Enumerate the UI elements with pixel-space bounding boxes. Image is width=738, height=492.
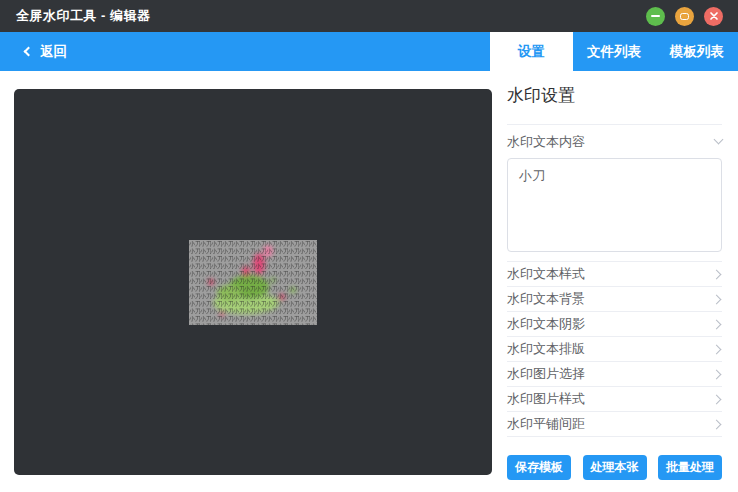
chevron-right-icon [712, 419, 722, 429]
chevron-down-icon [714, 135, 724, 145]
chevron-right-icon [712, 369, 722, 379]
preview-image: 小刀 [189, 240, 317, 325]
preview-canvas: 小刀 [14, 89, 492, 475]
settings-menu: 水印文本样式 水印文本背景 水印文本阴影 水印文本排版 水印图片选择 水印图片样… [507, 261, 722, 437]
window-controls [646, 7, 723, 26]
menu-item-text-shadow[interactable]: 水印文本阴影 [507, 312, 722, 337]
menu-item-tile-spacing[interactable]: 水印平铺间距 [507, 412, 722, 437]
tab-settings[interactable]: 设置 [490, 32, 573, 71]
menu-item-label: 水印平铺间距 [507, 415, 585, 433]
menu-item-label: 水印图片选择 [507, 365, 585, 383]
menu-item-text-style[interactable]: 水印文本样式 [507, 262, 722, 287]
menu-item-label: 水印文本阴影 [507, 315, 585, 333]
tab-label: 文件列表 [587, 43, 641, 61]
chevron-right-icon [712, 319, 722, 329]
save-template-button[interactable]: 保存模板 [507, 455, 571, 480]
menu-item-label: 水印文本排版 [507, 340, 585, 358]
titlebar: 全屏水印工具 - 编辑器 [0, 0, 738, 32]
section-text-content[interactable]: 水印文本内容 [507, 124, 722, 158]
menu-item-label: 水印图片样式 [507, 390, 585, 408]
tab-file-list[interactable]: 文件列表 [573, 32, 656, 71]
tab-bar: 设置 文件列表 模板列表 [490, 32, 738, 71]
chevron-right-icon [712, 394, 722, 404]
maximize-icon [680, 13, 689, 20]
settings-panel: 水印设置 水印文本内容 小刀 水印文本样式 水印文本背景 水印文本阴影 水印文本… [495, 71, 738, 492]
window-title: 全屏水印工具 - 编辑器 [16, 7, 151, 25]
action-bar: 保存模板 处理本张 批量处理 [507, 455, 722, 480]
chevron-left-icon [24, 47, 34, 57]
minimize-icon [651, 15, 660, 17]
chevron-right-icon [712, 294, 722, 304]
close-icon [709, 11, 719, 21]
minimize-button[interactable] [646, 7, 665, 26]
navbar: 返回 设置 文件列表 模板列表 [0, 32, 738, 71]
tab-label: 模板列表 [670, 43, 724, 61]
close-button[interactable] [704, 7, 723, 26]
chevron-right-icon [712, 344, 722, 354]
tab-template-list[interactable]: 模板列表 [655, 32, 738, 71]
watermark-text-input[interactable]: 小刀 [507, 158, 722, 252]
chevron-right-icon [712, 269, 722, 279]
menu-item-text-background[interactable]: 水印文本背景 [507, 287, 722, 312]
panel-title: 水印设置 [507, 84, 722, 107]
batch-process-button[interactable]: 批量处理 [658, 455, 722, 480]
back-label: 返回 [40, 43, 67, 61]
menu-item-text-layout[interactable]: 水印文本排版 [507, 337, 722, 362]
menu-item-label: 水印文本样式 [507, 265, 585, 283]
menu-item-image-style[interactable]: 水印图片样式 [507, 387, 722, 412]
back-button[interactable]: 返回 [0, 32, 87, 71]
maximize-button[interactable] [675, 7, 694, 26]
tab-label: 设置 [518, 43, 545, 61]
menu-item-image-select[interactable]: 水印图片选择 [507, 362, 722, 387]
menu-item-label: 水印文本背景 [507, 290, 585, 308]
section-label: 水印文本内容 [507, 133, 585, 151]
process-current-button[interactable]: 处理本张 [583, 455, 647, 480]
